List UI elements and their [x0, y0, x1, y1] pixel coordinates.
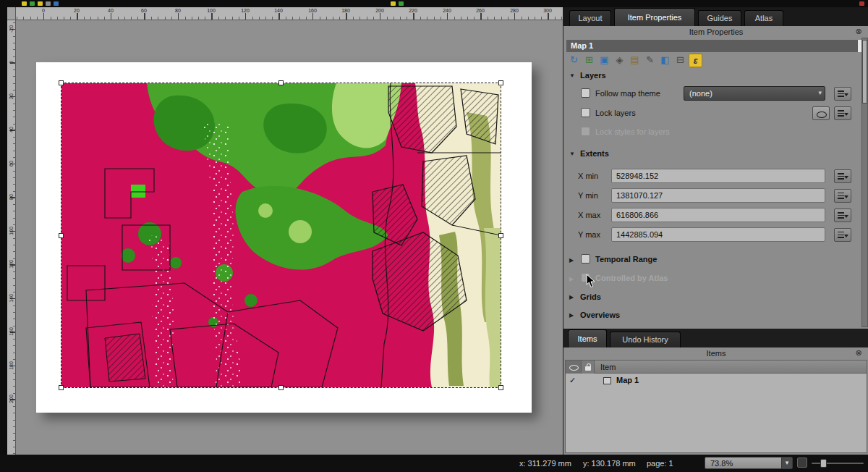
ruler-tick-label: 0	[38, 8, 49, 14]
section-layers[interactable]: ▼ Layers	[569, 71, 606, 81]
ymin-input[interactable]	[611, 188, 825, 203]
status-page: page: 1	[647, 459, 673, 468]
window-top-chrome	[0, 0, 868, 7]
zoom-slider-handle[interactable]	[820, 459, 827, 468]
section-extents[interactable]: ▼ Extents	[569, 149, 609, 159]
tab-item-properties[interactable]: Item Properties	[614, 8, 695, 26]
section-temporal-range[interactable]: ▶	[569, 256, 578, 266]
ruler-tick-label: 240	[441, 8, 453, 14]
ruler-tick-label: 200	[374, 8, 386, 14]
toolbar-fragment-icon	[399, 1, 404, 6]
lock-layers-checkbox[interactable]	[581, 108, 590, 117]
resize-handle[interactable]	[59, 233, 64, 238]
controlled-by-atlas-label: Controlled by Atlas	[595, 274, 668, 282]
lock-styles-label: Lock styles for layers	[595, 127, 670, 136]
toolbar-fragment-icon	[46, 1, 51, 6]
zoom-slider[interactable]	[812, 463, 864, 464]
zoom-lock-icon[interactable]	[797, 458, 807, 468]
ruler-corner	[7, 7, 16, 20]
item-name: Map 1	[616, 376, 639, 384]
window-left-chrome	[0, 7, 7, 455]
tab-guides[interactable]: Guides	[698, 10, 741, 26]
top-ruler[interactable]: 0 20 40 60 80 100 120 140 160 180 200 22…	[16, 7, 563, 20]
panel-title: Item Properties	[563, 28, 868, 38]
ruler-tick-label: 40	[105, 8, 116, 14]
ymin-label: Y min	[578, 191, 598, 200]
tab-atlas[interactable]: Atlas	[744, 10, 783, 26]
resize-handle[interactable]	[498, 233, 503, 238]
ruler-tick-label: 20	[9, 89, 14, 104]
toolbar-fragment-icon	[54, 1, 59, 6]
panel-scrollbar[interactable]	[861, 38, 868, 327]
ruler-tick-label: 120	[239, 8, 251, 14]
left-ruler[interactable]: -20 0 20 40 60 80 100 120 140 160 180 20…	[7, 20, 16, 455]
section-label: Overviews	[580, 311, 620, 319]
resize-handle[interactable]	[59, 385, 64, 390]
ruler-tick-label: 220	[407, 8, 419, 14]
collapse-arrow-icon: ▶	[569, 312, 578, 319]
section-grids[interactable]: ▶ Grids	[569, 292, 601, 303]
tab-layout[interactable]: Layout	[569, 10, 611, 26]
set-map-scale-icon[interactable]: ◈	[613, 54, 626, 67]
items-list-row-map1[interactable]: ✓ Map 1	[566, 374, 867, 387]
theme-data-defined-override-button[interactable]	[834, 87, 851, 101]
ruler-tick-label: 300	[542, 8, 553, 14]
data-defined-icon[interactable]: ε	[689, 54, 702, 67]
status-y: y: 130.178 mm	[583, 459, 636, 468]
bookmark-extent-icon[interactable]: ▤	[628, 54, 642, 67]
follow-map-theme-checkbox[interactable]	[581, 88, 590, 98]
ruler-tick-label: 200	[9, 392, 14, 406]
xmin-data-defined-override-button[interactable]	[834, 169, 851, 183]
map-theme-select[interactable]: (none) ▾	[684, 86, 825, 101]
toolbar-fragment-icon	[22, 1, 27, 6]
update-map-preview-icon[interactable]: ↻	[567, 54, 581, 67]
ymin-data-defined-override-button[interactable]	[834, 189, 851, 203]
layer-visibility-preset-button[interactable]	[812, 106, 830, 120]
items-panel-close-icon[interactable]: ⊗	[854, 348, 864, 358]
ruler-tick-label: 60	[138, 8, 150, 14]
lock-layers-data-defined-override-button[interactable]	[834, 106, 851, 120]
zoom-level-select[interactable]: 73.8% ▾	[705, 457, 793, 469]
clipping-settings-icon[interactable]: ⊟	[673, 54, 687, 67]
resize-handle[interactable]	[59, 80, 64, 85]
ruler-tick-label: 100	[205, 8, 217, 14]
set-map-extent-to-canvas-icon[interactable]: ⊞	[582, 54, 596, 67]
interactive-edit-icon[interactable]: ✎	[643, 54, 657, 67]
labeling-settings-icon[interactable]: ◧	[658, 54, 672, 67]
ruler-tick-label: 40	[9, 122, 14, 137]
xmax-data-defined-override-button[interactable]	[834, 208, 851, 222]
toolbar-fragment-icon	[391, 1, 396, 6]
ymax-input[interactable]	[611, 227, 825, 242]
scrollbar-thumb[interactable]	[862, 40, 867, 104]
toolbar-fragment-icon	[30, 1, 35, 6]
ruler-tick-label: 280	[509, 8, 520, 14]
tab-items[interactable]: Items	[568, 329, 607, 347]
resize-handle[interactable]	[278, 80, 284, 85]
panel-close-icon[interactable]: ⊗	[854, 27, 864, 37]
map-theme-value: (none)	[689, 89, 712, 98]
ruler-tick-label: 20	[71, 8, 82, 14]
map-item[interactable]	[61, 83, 501, 387]
items-panel-title: Items	[563, 349, 868, 358]
ruler-tick-label: 100	[9, 224, 14, 238]
resize-handle[interactable]	[498, 385, 503, 390]
ymax-label: Y max	[578, 230, 600, 239]
xmin-input[interactable]	[611, 169, 825, 183]
xmax-input[interactable]	[611, 208, 825, 222]
items-dock-tabstrip: Items Undo History	[563, 329, 868, 347]
temporal-range-checkbox[interactable]	[581, 254, 590, 264]
lock-layers-label: Lock layers	[595, 109, 636, 117]
resize-handle[interactable]	[498, 80, 503, 85]
selected-item-header: Map 1	[566, 40, 859, 52]
layout-page	[36, 62, 532, 413]
resize-handle[interactable]	[278, 385, 284, 390]
ymax-data-defined-override-button[interactable]	[834, 228, 851, 242]
view-extent-in-canvas-icon[interactable]: ▣	[597, 54, 611, 67]
items-list-header: Item	[566, 361, 867, 374]
collapse-arrow-icon: ▼	[569, 72, 578, 79]
section-overviews[interactable]: ▶ Overviews	[569, 311, 620, 321]
item-visibility-checkbox[interactable]: ✓	[569, 376, 576, 385]
dock-tabstrip: Layout Item Properties Guides Atlas	[563, 7, 868, 26]
tab-undo-history[interactable]: Undo History	[610, 332, 681, 347]
layout-canvas[interactable]	[16, 20, 563, 455]
